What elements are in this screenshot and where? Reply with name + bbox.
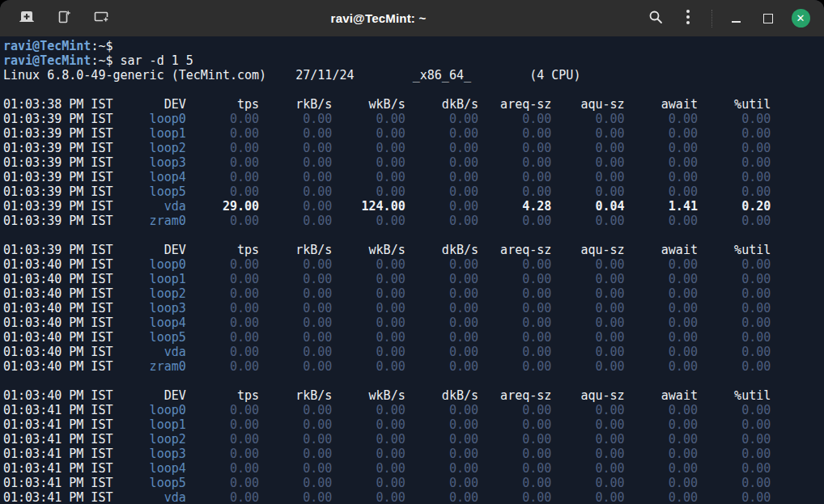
device-row: 01:03:41 PM IST loop2 0.00 0.00 0.00 0.0… — [3, 432, 824, 447]
row-timestamp: 01:03:39 PM IST — [3, 214, 113, 228]
column-header: aqu-sz — [551, 243, 624, 257]
metric-value: 0.00 — [259, 141, 332, 155]
row-timestamp: 01:03:40 PM IST — [3, 272, 113, 286]
maximize-icon — [763, 14, 773, 23]
metric-value: 0.00 — [698, 214, 771, 228]
metric-value: 0.00 — [186, 330, 259, 345]
minimize-icon — [732, 21, 741, 23]
metric-value: 0.00 — [478, 272, 551, 286]
metric-value: 0.00 — [259, 112, 332, 126]
device-row: 01:03:40 PM IST loop1 0.00 0.00 0.00 0.0… — [3, 272, 824, 286]
metric-value: 0.00 — [478, 403, 551, 417]
metric-value: 0.00 — [551, 126, 624, 141]
new-window-button[interactable] — [15, 6, 39, 31]
metric-value: 0.00 — [406, 301, 478, 316]
row-timestamp: 01:03:40 PM IST — [3, 330, 113, 345]
titlebar[interactable]: ravi@TecMint: ~ — [0, 0, 824, 36]
column-header: aqu-sz — [551, 97, 624, 112]
metric-value: 0.00 — [186, 184, 259, 199]
metric-value: 0.04 — [551, 199, 624, 214]
device-name: zram0 — [113, 359, 185, 374]
metric-value: 0.00 — [478, 170, 551, 184]
new-tab-button[interactable] — [89, 6, 113, 31]
maximize-button[interactable] — [756, 6, 780, 31]
metric-value: 0.00 — [259, 490, 332, 504]
metric-value: 0.00 — [478, 126, 551, 141]
metric-value: 0.00 — [332, 359, 405, 374]
minimize-button[interactable] — [724, 6, 748, 31]
metric-value: 0.00 — [332, 141, 405, 155]
metric-value: 0.00 — [186, 286, 259, 301]
device-row: 01:03:41 PM IST loop0 0.00 0.00 0.00 0.0… — [3, 403, 824, 417]
metric-value: 0.00 — [406, 257, 478, 272]
device-row: 01:03:41 PM IST loop1 0.00 0.00 0.00 0.0… — [3, 417, 824, 432]
device-row: 01:03:40 PM IST loop0 0.00 0.00 0.00 0.0… — [3, 257, 824, 272]
close-button[interactable]: ✕ — [788, 6, 813, 31]
metric-value: 0.00 — [332, 214, 405, 228]
metric-value: 0.00 — [406, 112, 478, 126]
row-timestamp: 01:03:39 PM IST — [3, 155, 113, 170]
table-header-line: 01:03:38 PM IST DEV tps rkB/s wkB/s dkB/… — [3, 97, 824, 112]
device-name: loop0 — [113, 403, 185, 417]
metric-value: 0.00 — [406, 155, 478, 170]
metric-value: 0.00 — [625, 461, 698, 476]
metric-value: 0.00 — [698, 403, 771, 417]
new-tab-vertical-button[interactable] — [52, 6, 76, 31]
metric-value: 0.00 — [478, 476, 551, 490]
metric-value: 0.00 — [698, 316, 771, 330]
metric-value: 0.00 — [698, 272, 771, 286]
metric-value: 0.00 — [478, 155, 551, 170]
column-header: DEV — [113, 243, 185, 257]
metric-value: 0.00 — [259, 461, 332, 476]
search-button[interactable] — [643, 6, 668, 31]
metric-value: 0.00 — [625, 257, 698, 272]
column-header: aqu-sz — [551, 388, 624, 403]
metric-value: 0.00 — [186, 214, 259, 228]
metric-value: 0.00 — [259, 359, 332, 374]
metric-value: 0.00 — [698, 286, 771, 301]
metric-value: 0.00 — [406, 170, 478, 184]
terminal-output[interactable]: ravi@TecMint:~$ravi@TecMint:~$ sar -d 1 … — [0, 36, 824, 504]
device-row: 01:03:39 PM IST loop5 0.00 0.00 0.00 0.0… — [3, 184, 824, 199]
device-name: loop2 — [113, 286, 185, 301]
metric-value: 0.00 — [186, 170, 259, 184]
row-timestamp: 01:03:39 PM IST — [3, 112, 113, 126]
prompt-suffix: :~$ — [91, 53, 113, 68]
row-timestamp: 01:03:40 PM IST — [3, 286, 113, 301]
column-header: tps — [186, 388, 259, 403]
metric-value: 0.00 — [551, 461, 624, 476]
metric-value: 0.00 — [551, 345, 624, 359]
table-header-line: 01:03:39 PM IST DEV tps rkB/s wkB/s dkB/… — [3, 243, 824, 257]
metric-value: 0.00 — [332, 417, 405, 432]
metric-value: 0.00 — [698, 257, 771, 272]
metric-value: 0.00 — [478, 345, 551, 359]
titlebar-separator — [711, 10, 712, 28]
metric-value: 0.00 — [551, 286, 624, 301]
metric-value: 0.00 — [259, 199, 332, 214]
column-header: tps — [186, 97, 259, 112]
metric-value: 0.00 — [551, 490, 624, 504]
metric-value: 0.00 — [698, 301, 771, 316]
metric-value: 0.00 — [186, 155, 259, 170]
titlebar-right-buttons: ✕ — [643, 6, 813, 31]
metric-value: 0.00 — [406, 272, 478, 286]
metric-value: 0.00 — [406, 447, 478, 461]
device-row: 01:03:41 PM IST loop5 0.00 0.00 0.00 0.0… — [3, 476, 824, 490]
device-row: 01:03:39 PM IST loop2 0.00 0.00 0.00 0.0… — [3, 141, 824, 155]
metric-value: 0.00 — [625, 345, 698, 359]
metric-value: 0.00 — [625, 112, 698, 126]
metric-value: 0.00 — [186, 257, 259, 272]
menu-button[interactable] — [676, 6, 700, 31]
metric-value: 0.00 — [625, 272, 698, 286]
metric-value: 0.00 — [332, 461, 405, 476]
table-header-line: 01:03:40 PM IST DEV tps rkB/s wkB/s dkB/… — [3, 388, 824, 403]
command-text: sar -d 1 5 — [113, 53, 193, 68]
metric-value: 0.00 — [478, 432, 551, 447]
metric-value: 0.00 — [698, 126, 771, 141]
metric-value: 0.00 — [332, 272, 405, 286]
new-window-icon — [19, 10, 35, 28]
column-header: await — [625, 243, 698, 257]
row-timestamp: 01:03:40 PM IST — [3, 257, 113, 272]
metric-value: 0.00 — [625, 286, 698, 301]
metric-value: 4.28 — [478, 199, 551, 214]
